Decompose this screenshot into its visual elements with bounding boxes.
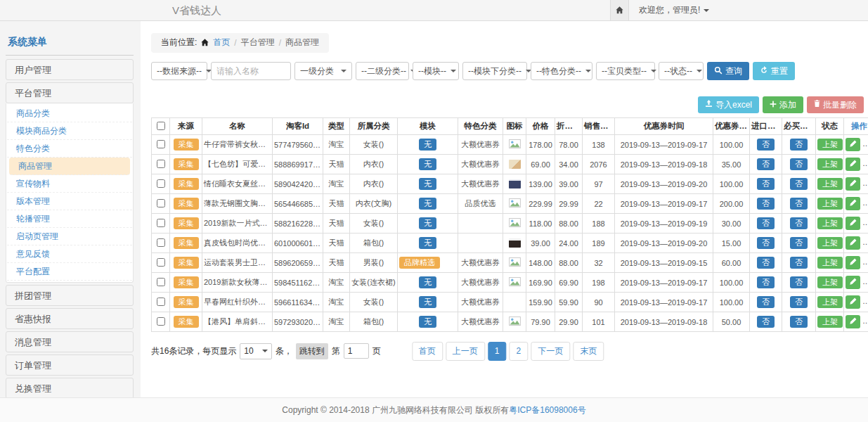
status-badge[interactable]: 上架: [817, 217, 843, 229]
add-button[interactable]: 添加: [763, 96, 803, 113]
must-buy-cell-badge[interactable]: 否: [790, 276, 808, 288]
edit-button[interactable]: [846, 217, 860, 230]
pager-button-首页[interactable]: 首页: [412, 342, 443, 361]
filter-select-3[interactable]: 一级分类: [294, 62, 352, 80]
row-checkbox[interactable]: [157, 278, 165, 286]
edit-button[interactable]: [846, 295, 860, 309]
batch-delete-button[interactable]: 批量删除: [807, 96, 864, 113]
filter-select-9[interactable]: --状态--: [659, 62, 704, 80]
filter-select-7[interactable]: --特色分类--: [531, 62, 592, 80]
sidebar-item-特色分类[interactable]: 特色分类: [7, 140, 132, 158]
edit-button[interactable]: [846, 158, 860, 171]
status-badge[interactable]: 上架: [817, 178, 843, 190]
sidebar-item-商品管理[interactable]: 商品管理: [9, 158, 130, 175]
row-checkbox[interactable]: [157, 317, 165, 326]
sidebar-group-兑换管理[interactable]: 兑换管理: [6, 378, 134, 399]
import-select-cell-badge[interactable]: 否: [757, 217, 775, 229]
filter-select-5[interactable]: --模块--: [413, 62, 459, 80]
filter-select-4[interactable]: --二级分类--: [356, 62, 409, 80]
must-buy-cell-badge[interactable]: 否: [790, 158, 808, 170]
row-checkbox[interactable]: [157, 238, 165, 247]
filter-select-1[interactable]: --数据来源--: [151, 62, 207, 80]
jump-button[interactable]: 跳转到: [296, 343, 328, 359]
sidebar-group-平台管理[interactable]: 平台管理: [6, 82, 134, 103]
filter-select-6[interactable]: --模块下分类--: [462, 62, 527, 80]
sidebar-item-平台配置[interactable]: 平台配置: [7, 263, 132, 281]
import-select-cell-badge[interactable]: 否: [757, 276, 775, 288]
edit-button[interactable]: [846, 256, 860, 269]
sidebar-item-意见反馈[interactable]: 意见反馈: [7, 245, 132, 263]
reset-button[interactable]: 重置: [753, 62, 795, 80]
status-badge[interactable]: 上架: [817, 316, 843, 328]
sidebar-group-拼团管理[interactable]: 拼团管理: [6, 285, 134, 306]
row-checkbox[interactable]: [157, 219, 165, 227]
topbar-home-button[interactable]: [610, 0, 629, 20]
sidebar-item-模块商品分类[interactable]: 模块商品分类: [7, 122, 132, 140]
row-checkbox[interactable]: [157, 298, 165, 306]
pager-button-末页[interactable]: 末页: [573, 342, 604, 361]
filter-select-8[interactable]: --宝贝类型--: [596, 62, 655, 80]
import-select-cell-badge[interactable]: 否: [757, 139, 775, 151]
status-badge[interactable]: 上架: [817, 198, 843, 210]
per-page-select[interactable]: 10: [240, 343, 271, 359]
edit-button[interactable]: [846, 315, 860, 328]
sidebar-item-轮播管理[interactable]: 轮播管理: [7, 210, 132, 228]
status-badge[interactable]: 上架: [817, 296, 843, 308]
status-badge[interactable]: 上架: [817, 257, 843, 269]
import-select-cell-badge[interactable]: 否: [757, 158, 775, 170]
status-badge[interactable]: 上架: [817, 139, 843, 151]
icp-link[interactable]: 粤ICP备16098006号: [509, 405, 585, 415]
page-number-input[interactable]: [344, 343, 369, 359]
caret-down-icon: [341, 70, 346, 72]
must-buy-cell-badge[interactable]: 否: [790, 237, 808, 249]
source-badge: 采集: [174, 276, 199, 288]
query-button[interactable]: 查询: [707, 62, 749, 80]
sidebar-group-消息管理[interactable]: 消息管理: [6, 331, 134, 352]
operations-cell: [844, 293, 868, 312]
edit-button[interactable]: [846, 197, 860, 210]
import-select-cell-badge[interactable]: 否: [757, 178, 775, 190]
import-select-cell-badge[interactable]: 否: [757, 296, 775, 308]
must-buy-cell-badge[interactable]: 否: [790, 316, 808, 328]
must-buy-cell-badge[interactable]: 否: [790, 139, 808, 151]
category-cell: 女装(): [350, 293, 398, 312]
status-badge[interactable]: 上架: [817, 276, 843, 288]
row-checkbox[interactable]: [157, 179, 165, 188]
row-checkbox[interactable]: [157, 140, 165, 148]
pager-button-下一页[interactable]: 下一页: [531, 342, 570, 361]
sidebar-group-用户管理[interactable]: 用户管理: [6, 59, 134, 80]
sidebar-item-启动页管理[interactable]: 启动页管理: [7, 228, 132, 245]
must-buy-cell-badge[interactable]: 否: [790, 198, 808, 210]
must-buy-cell-badge[interactable]: 否: [790, 296, 808, 308]
sidebar-group-省惠快报[interactable]: 省惠快报: [6, 308, 134, 329]
import-select-cell-badge[interactable]: 否: [757, 257, 775, 269]
name-search-input[interactable]: [216, 66, 285, 76]
edit-button[interactable]: [846, 236, 860, 250]
select-all-checkbox[interactable]: [157, 122, 165, 130]
edit-button[interactable]: [846, 276, 860, 289]
edit-button[interactable]: [846, 177, 860, 191]
pager-button-上一页[interactable]: 上一页: [446, 342, 485, 361]
sidebar-item-宣传物料[interactable]: 宣传物料: [7, 175, 132, 193]
breadcrumb-home-link[interactable]: 首页: [213, 37, 230, 49]
pager-button-1[interactable]: 1: [488, 342, 507, 361]
sidebar-item-商品分类[interactable]: 商品分类: [7, 105, 132, 122]
must-buy-cell-badge[interactable]: 否: [790, 257, 808, 269]
broken-image-icon: [509, 200, 521, 209]
status-badge[interactable]: 上架: [817, 158, 843, 170]
must-buy-cell-badge[interactable]: 否: [790, 217, 808, 229]
must-buy-cell-badge[interactable]: 否: [790, 178, 808, 190]
sidebar-item-版本管理[interactable]: 版本管理: [7, 193, 132, 210]
import-select-cell-badge[interactable]: 否: [757, 198, 775, 210]
sidebar-group-订单管理[interactable]: 订单管理: [6, 354, 134, 376]
edit-button[interactable]: [846, 138, 860, 151]
pager-button-2[interactable]: 2: [510, 342, 529, 361]
import-excel-button[interactable]: 导入excel: [698, 96, 759, 113]
row-checkbox[interactable]: [157, 160, 165, 168]
row-checkbox[interactable]: [157, 258, 165, 267]
row-checkbox[interactable]: [157, 199, 165, 207]
import-select-cell-badge[interactable]: 否: [757, 316, 775, 328]
import-select-cell-badge[interactable]: 否: [757, 237, 775, 249]
status-badge[interactable]: 上架: [817, 237, 843, 249]
user-menu[interactable]: 欢迎您，管理员!: [639, 0, 709, 20]
